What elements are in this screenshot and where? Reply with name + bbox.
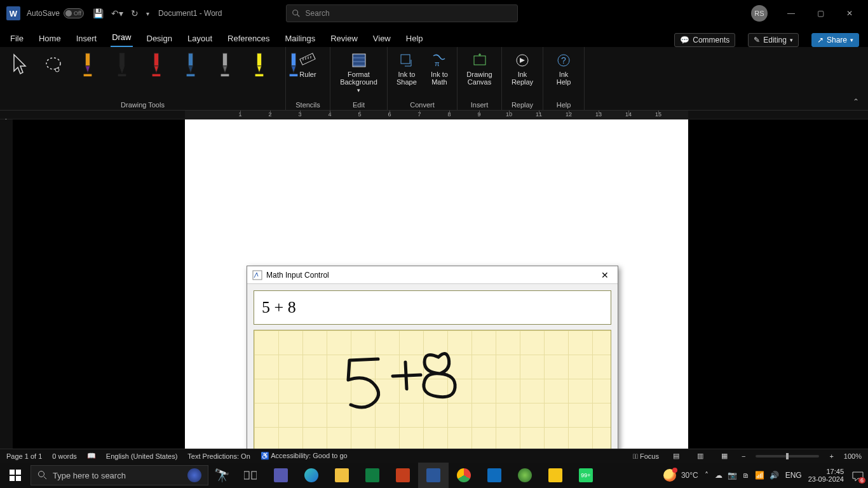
share-button[interactable]: ↗Share▾ [811, 33, 859, 47]
tray-chevron-icon[interactable]: ˄ [705, 471, 709, 480]
math-result-display: 5 + 8 [254, 290, 611, 325]
taskbar-chrome[interactable] [449, 463, 479, 488]
telescope-icon[interactable]: 🔭 [208, 468, 235, 483]
page-indicator[interactable]: Page 1 of 1 [6, 452, 42, 460]
svg-rect-47 [10, 470, 15, 475]
onedrive-icon[interactable]: ☁ [715, 471, 722, 480]
zoom-in-button[interactable]: + [829, 452, 833, 460]
tab-help[interactable]: Help [405, 30, 424, 47]
spellcheck-icon[interactable]: 📖 [87, 452, 96, 460]
black-pen[interactable] [108, 50, 136, 80]
red-pen[interactable] [142, 50, 170, 80]
svg-line-1 [297, 15, 299, 17]
ink-to-shape-button[interactable]: Ink to Shape [393, 50, 421, 88]
blue-marker[interactable] [177, 50, 205, 80]
tab-file[interactable]: File [9, 30, 25, 47]
svg-rect-4 [85, 53, 90, 66]
zoom-level[interactable]: 100% [844, 452, 862, 460]
accessibility-status[interactable]: ♿ Accessibility: Good to go [261, 452, 348, 460]
taskbar-sticky-notes[interactable] [540, 463, 571, 488]
task-view-icon[interactable] [235, 463, 266, 488]
svg-rect-10 [154, 53, 158, 66]
taskbar-teams[interactable] [266, 463, 296, 488]
tab-layout[interactable]: Layout [186, 30, 214, 47]
taskbar-word[interactable] [418, 463, 449, 488]
pencil[interactable] [211, 50, 239, 80]
maximize-button[interactable]: ▢ [806, 3, 835, 24]
svg-rect-6 [84, 74, 92, 77]
vertical-ruler[interactable] [0, 119, 13, 455]
group-label-help: Help [548, 100, 579, 109]
ink-replay-button[interactable]: Ink Replay [507, 50, 538, 88]
read-mode-icon[interactable]: ▤ [669, 451, 683, 461]
user-avatar[interactable]: RS [751, 5, 768, 22]
meet-now-icon[interactable]: 📷 [728, 471, 737, 480]
taskbar-whatsapp[interactable]: 99+ [571, 463, 601, 488]
tab-view[interactable]: View [372, 30, 392, 47]
dialog-close-button[interactable]: ✕ [597, 270, 613, 280]
language-indicator[interactable]: ENG [785, 471, 802, 480]
minimize-button[interactable]: ― [776, 3, 806, 24]
taskbar-powerpoint[interactable] [388, 463, 418, 488]
taskbar-outlook[interactable] [479, 463, 510, 488]
search-box[interactable]: Search [286, 4, 518, 22]
taskbar-edge[interactable] [296, 463, 327, 488]
svg-rect-48 [16, 470, 21, 475]
svg-marker-8 [119, 66, 124, 73]
ruler-button[interactable]: Ruler [295, 50, 320, 81]
battery-icon[interactable]: 🗈 [742, 471, 750, 480]
wifi-icon[interactable]: 📶 [755, 471, 764, 480]
orange-highlighter[interactable] [74, 50, 102, 80]
ink-help-button[interactable]: ? Ink Help [548, 50, 579, 88]
quick-access-toolbar: 💾 ↶▾ ↻ ▾ [93, 8, 149, 18]
text-predictions[interactable]: Text Predictions: On [187, 452, 250, 460]
print-layout-icon[interactable]: ▥ [693, 451, 707, 461]
comments-button[interactable]: 💬Comments [674, 33, 735, 47]
lasso-tool[interactable] [39, 50, 67, 80]
tab-review[interactable]: Review [329, 30, 359, 47]
yellow-highlighter[interactable] [245, 50, 273, 80]
tab-design[interactable]: Design [146, 30, 173, 47]
taskbar-search[interactable]: Type here to search [31, 465, 208, 485]
web-layout-icon[interactable]: ▦ [717, 451, 731, 461]
select-tool[interactable] [5, 50, 33, 80]
taskbar-excel[interactable] [357, 463, 388, 488]
tab-mailings[interactable]: Mailings [284, 30, 317, 47]
math-ink-canvas[interactable] [254, 330, 611, 453]
format-background-button[interactable]: Format Background ▾ [336, 50, 382, 97]
tab-references[interactable]: References [226, 30, 271, 47]
drawing-canvas-button[interactable]: Drawing Canvas [463, 50, 496, 88]
save-icon[interactable]: 💾 [93, 8, 104, 18]
close-button[interactable]: ✕ [835, 3, 864, 24]
tab-home[interactable]: Home [37, 30, 62, 47]
taskbar-browser[interactable] [510, 463, 540, 488]
autosave-toggle[interactable]: AutoSave Off [27, 8, 84, 18]
collapse-ribbon-icon[interactable]: ⌃ [853, 97, 859, 106]
language-indicator[interactable]: English (United States) [106, 452, 178, 460]
word-count[interactable]: 0 words [52, 452, 77, 460]
focus-mode[interactable]: �⃞ Focus [633, 452, 659, 460]
tray-clock[interactable]: 17:45 23-09-2024 [808, 468, 844, 483]
taskbar-explorer[interactable] [327, 463, 357, 488]
volume-icon[interactable]: 🔊 [770, 471, 779, 480]
svg-point-2 [46, 58, 60, 69]
autosave-label: AutoSave [27, 9, 60, 18]
tab-insert[interactable]: Insert [75, 30, 98, 47]
horizontal-ruler[interactable]: L 123456789101112131415 [0, 111, 868, 119]
editing-mode-button[interactable]: ✎Editing▾ [748, 33, 799, 47]
zoom-out-button[interactable]: − [742, 452, 745, 460]
action-center-icon[interactable]: 6 [850, 468, 864, 482]
undo-icon[interactable]: ↶▾ [111, 8, 123, 18]
title-bar: W AutoSave Off 💾 ↶▾ ↻ ▾ Document1 - Word… [0, 0, 868, 27]
search-icon [292, 9, 301, 18]
start-button[interactable] [0, 463, 31, 488]
svg-rect-13 [188, 53, 193, 66]
ink-to-math-button[interactable]: π Ink to Math [427, 50, 452, 88]
svg-text:π: π [435, 60, 440, 67]
tab-draw[interactable]: Draw [111, 29, 132, 47]
qat-more-icon[interactable]: ▾ [146, 10, 149, 17]
zoom-slider[interactable] [756, 455, 819, 458]
weather-widget[interactable]: 30°C [663, 469, 698, 482]
svg-marker-5 [85, 66, 90, 73]
redo-icon[interactable]: ↻ [131, 8, 139, 18]
